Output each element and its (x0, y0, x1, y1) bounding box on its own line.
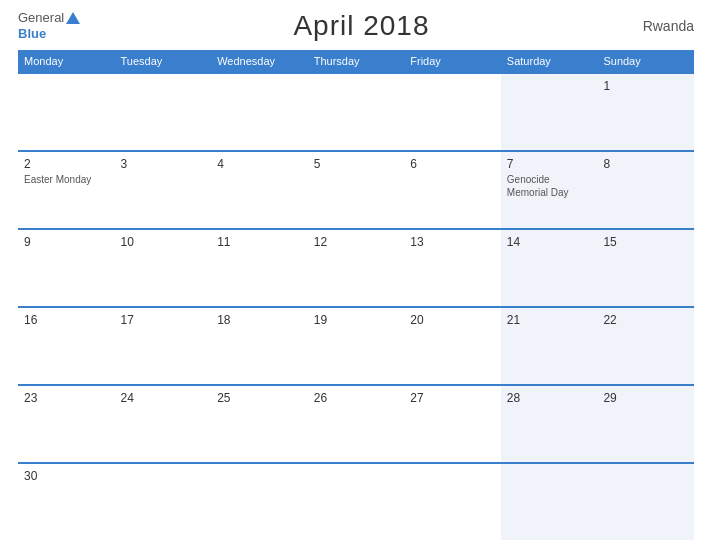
calendar-cell-w1-d4 (308, 74, 405, 150)
calendar-cell-w1-d2 (115, 74, 212, 150)
holiday-label: Genocide Memorial Day (507, 174, 569, 198)
header-friday: Friday (404, 50, 501, 72)
logo-blue: Blue (18, 26, 80, 42)
calendar-cell-w3-d4: 12 (308, 230, 405, 306)
day-number: 15 (603, 235, 688, 249)
day-number: 16 (24, 313, 109, 327)
calendar-cell-w5-d5: 27 (404, 386, 501, 462)
holiday-label: Easter Monday (24, 174, 91, 185)
calendar-cell-w2-d3: 4 (211, 152, 308, 228)
calendar-cell-w5-d3: 25 (211, 386, 308, 462)
header-tuesday: Tuesday (115, 50, 212, 72)
calendar-cell-w4-d6: 21 (501, 308, 598, 384)
calendar-cell-w6-d2 (115, 464, 212, 540)
calendar-cell-w6-d1: 30 (18, 464, 115, 540)
calendar-week-2: 2Easter Monday34567Genocide Memorial Day… (18, 150, 694, 228)
calendar-body: 12Easter Monday34567Genocide Memorial Da… (18, 72, 694, 540)
day-number: 11 (217, 235, 302, 249)
day-number: 23 (24, 391, 109, 405)
day-number: 2 (24, 157, 109, 171)
day-number: 19 (314, 313, 399, 327)
day-number: 1 (603, 79, 688, 93)
calendar-week-1: 1 (18, 72, 694, 150)
calendar-cell-w3-d1: 9 (18, 230, 115, 306)
day-number: 13 (410, 235, 495, 249)
calendar-cell-w5-d4: 26 (308, 386, 405, 462)
page-header: General Blue April 2018 Rwanda (18, 10, 694, 42)
calendar-cell-w6-d4 (308, 464, 405, 540)
calendar-cell-w5-d7: 29 (597, 386, 694, 462)
calendar-cell-w1-d7: 1 (597, 74, 694, 150)
header-sunday: Sunday (597, 50, 694, 72)
calendar-cell-w4-d5: 20 (404, 308, 501, 384)
day-number: 29 (603, 391, 688, 405)
day-number: 26 (314, 391, 399, 405)
calendar-cell-w3-d3: 11 (211, 230, 308, 306)
day-number: 20 (410, 313, 495, 327)
day-number: 18 (217, 313, 302, 327)
calendar-cell-w4-d3: 18 (211, 308, 308, 384)
header-wednesday: Wednesday (211, 50, 308, 72)
day-number: 25 (217, 391, 302, 405)
day-number: 21 (507, 313, 592, 327)
calendar-page: General Blue April 2018 Rwanda Monday Tu… (0, 0, 712, 550)
calendar-cell-w2-d5: 6 (404, 152, 501, 228)
page-title: April 2018 (293, 10, 429, 42)
day-number: 27 (410, 391, 495, 405)
calendar-cell-w6-d5 (404, 464, 501, 540)
country-label: Rwanda (643, 18, 694, 34)
calendar-cell-w3-d5: 13 (404, 230, 501, 306)
calendar-cell-w3-d2: 10 (115, 230, 212, 306)
calendar-cell-w2-d7: 8 (597, 152, 694, 228)
calendar-cell-w6-d7 (597, 464, 694, 540)
calendar-header: Monday Tuesday Wednesday Thursday Friday… (18, 50, 694, 72)
calendar-cell-w3-d7: 15 (597, 230, 694, 306)
calendar-cell-w5-d1: 23 (18, 386, 115, 462)
day-number: 28 (507, 391, 592, 405)
calendar-cell-w1-d1 (18, 74, 115, 150)
calendar-cell-w6-d6 (501, 464, 598, 540)
calendar-cell-w4-d2: 17 (115, 308, 212, 384)
calendar-cell-w4-d7: 22 (597, 308, 694, 384)
day-number: 12 (314, 235, 399, 249)
day-number: 8 (603, 157, 688, 171)
calendar-cell-w2-d2: 3 (115, 152, 212, 228)
day-number: 30 (24, 469, 109, 483)
calendar-cell-w3-d6: 14 (501, 230, 598, 306)
day-number: 5 (314, 157, 399, 171)
calendar-week-4: 16171819202122 (18, 306, 694, 384)
logo-general: General (18, 10, 64, 26)
day-number: 7 (507, 157, 592, 171)
calendar-cell-w2-d4: 5 (308, 152, 405, 228)
calendar-cell-w2-d1: 2Easter Monday (18, 152, 115, 228)
logo: General Blue (18, 10, 80, 41)
day-number: 24 (121, 391, 206, 405)
calendar-cell-w4-d1: 16 (18, 308, 115, 384)
day-number: 4 (217, 157, 302, 171)
header-saturday: Saturday (501, 50, 598, 72)
calendar-cell-w4-d4: 19 (308, 308, 405, 384)
header-thursday: Thursday (308, 50, 405, 72)
day-number: 6 (410, 157, 495, 171)
calendar-cell-w1-d6 (501, 74, 598, 150)
calendar-week-5: 23242526272829 (18, 384, 694, 462)
calendar-cell-w5-d6: 28 (501, 386, 598, 462)
calendar: Monday Tuesday Wednesday Thursday Friday… (18, 50, 694, 540)
logo-triangle-icon (66, 12, 80, 24)
day-number: 9 (24, 235, 109, 249)
header-monday: Monday (18, 50, 115, 72)
calendar-cell-w5-d2: 24 (115, 386, 212, 462)
calendar-week-6: 30 (18, 462, 694, 540)
day-number: 10 (121, 235, 206, 249)
calendar-cell-w1-d3 (211, 74, 308, 150)
day-number: 14 (507, 235, 592, 249)
day-number: 22 (603, 313, 688, 327)
calendar-cell-w6-d3 (211, 464, 308, 540)
day-number: 3 (121, 157, 206, 171)
calendar-week-3: 9101112131415 (18, 228, 694, 306)
calendar-cell-w2-d6: 7Genocide Memorial Day (501, 152, 598, 228)
calendar-cell-w1-d5 (404, 74, 501, 150)
day-number: 17 (121, 313, 206, 327)
